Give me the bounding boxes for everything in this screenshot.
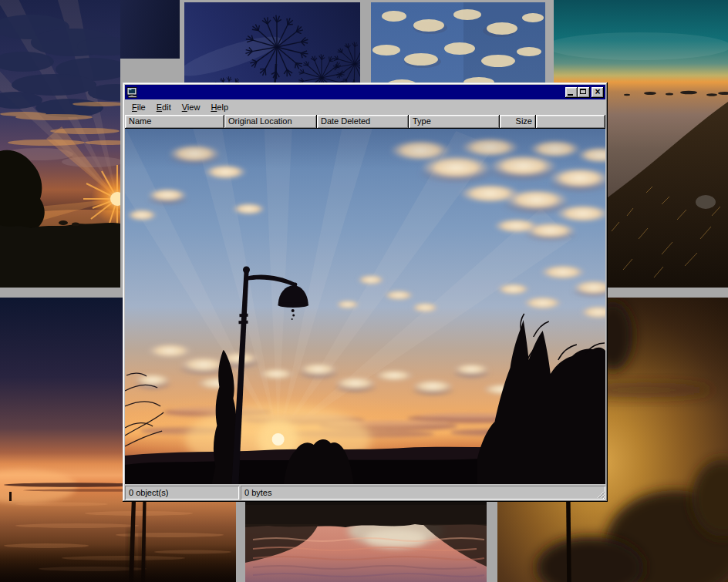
desktop: { "window": { "title": "", "icon_name": … bbox=[0, 0, 728, 582]
status-size: 0 bytes bbox=[241, 486, 605, 500]
column-header-size[interactable]: Size bbox=[500, 115, 536, 129]
content-sunset-photo bbox=[125, 129, 605, 484]
menu-file[interactable]: File bbox=[126, 101, 151, 113]
column-header-type[interactable]: Type bbox=[409, 115, 500, 129]
menu-edit[interactable]: Edit bbox=[151, 101, 177, 113]
recycle-bin-window: × File Edit View Help Name Original Loca… bbox=[123, 82, 608, 502]
bg-photo-sunset-rays bbox=[0, 0, 120, 288]
menubar: File Edit View Help bbox=[125, 99, 605, 115]
column-header-blank[interactable] bbox=[536, 115, 605, 129]
column-header-original-location[interactable]: Original Location bbox=[224, 115, 317, 129]
menu-help[interactable]: Help bbox=[205, 101, 234, 113]
maximize-icon bbox=[580, 89, 586, 94]
close-button[interactable]: × bbox=[592, 87, 604, 98]
column-header-row: Name Original Location Date Deleted Type… bbox=[125, 115, 605, 129]
computer-window-icon bbox=[126, 87, 138, 98]
column-header-name[interactable]: Name bbox=[125, 115, 224, 129]
maximize-button[interactable] bbox=[578, 87, 590, 98]
titlebar[interactable]: × bbox=[125, 85, 605, 99]
resize-grip[interactable] bbox=[595, 489, 605, 499]
file-list-area[interactable] bbox=[125, 129, 605, 484]
minimize-icon bbox=[568, 94, 573, 96]
statusbar: 0 object(s) 0 bytes bbox=[125, 486, 605, 500]
column-header-date-deleted[interactable]: Date Deleted bbox=[317, 115, 409, 129]
minimize-button[interactable] bbox=[565, 87, 578, 98]
status-object-count: 0 object(s) bbox=[125, 486, 239, 500]
menu-view[interactable]: View bbox=[177, 101, 206, 113]
close-icon: × bbox=[592, 87, 604, 97]
